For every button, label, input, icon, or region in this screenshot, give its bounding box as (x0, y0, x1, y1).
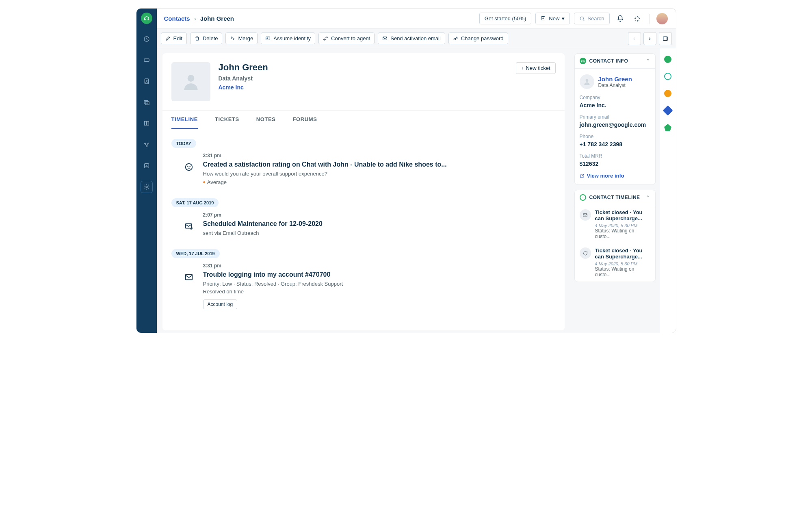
panel-title: CONTACT TIMELINE (589, 195, 640, 200)
send-activation-button[interactable]: Send activation email (378, 33, 445, 44)
panel-title: CONTACT INFO (589, 58, 628, 64)
chevron-up-icon[interactable]: ⌃ (646, 195, 650, 200)
avatar-icon (580, 74, 594, 89)
app-icon-2[interactable] (664, 73, 671, 80)
trash-icon (195, 36, 200, 41)
svg-point-7 (147, 143, 149, 144)
chevron-right-icon: › (194, 15, 196, 22)
company-value: Acme Inc. (580, 102, 650, 108)
nav-automation-icon[interactable] (141, 139, 153, 151)
timeline-title[interactable]: Created a satisfaction rating on Chat wi… (203, 161, 556, 168)
timeline-item: 3:31 pm Created a satisfaction rating on… (184, 153, 556, 187)
face-neutral-icon (184, 162, 194, 172)
nav-solutions-icon[interactable] (141, 96, 153, 108)
svg-rect-13 (266, 37, 270, 40)
headset-icon (580, 58, 586, 64)
panel-toggle-button[interactable] (659, 32, 672, 45)
nav-analytics-icon[interactable] (141, 160, 153, 172)
breadcrumb: Contacts › John Green (164, 15, 234, 22)
tab-tickets[interactable]: TICKETS (215, 111, 239, 129)
app-logo[interactable] (141, 13, 152, 24)
timeline-title[interactable]: Trouble logging into my account #470700 (203, 271, 556, 278)
svg-rect-4 (144, 100, 148, 104)
top-bar: Contacts › John Green Get started (50%) … (157, 9, 676, 29)
nav-dashboard-icon[interactable] (141, 33, 153, 45)
assume-identity-button[interactable]: Assume identity (261, 33, 315, 44)
plus-box-icon (541, 16, 546, 22)
convert-agent-button[interactable]: Convert to agent (318, 33, 375, 44)
edit-button[interactable]: Edit (161, 33, 187, 44)
contact-timeline-panel: CONTACT TIMELINE ⌃ Ticket closed - You c… (574, 190, 656, 282)
action-bar: Edit Delete Merge Assume identity Conver… (157, 29, 676, 48)
key-icon (453, 36, 459, 41)
user-avatar[interactable] (656, 12, 669, 25)
svg-point-21 (190, 166, 190, 167)
timeline-date-chip: TODAY (171, 139, 196, 148)
breadcrumb-current: John Green (200, 15, 234, 22)
mail-icon (184, 272, 194, 282)
prev-button[interactable]: ‹ (628, 32, 641, 45)
nav-book-icon[interactable] (141, 117, 153, 130)
next-button[interactable]: › (643, 32, 656, 45)
timeline-list-item[interactable]: Ticket closed - You can Supercharge... 4… (575, 243, 655, 282)
tab-timeline[interactable]: TIMELINE (171, 111, 198, 129)
delete-button[interactable]: Delete (190, 33, 223, 44)
contact-role: Data Analyst (219, 75, 268, 82)
merge-icon (230, 36, 236, 41)
nav-settings-icon[interactable] (141, 181, 153, 193)
timeline-item: 3:31 pm Trouble logging into my account … (184, 263, 556, 309)
mail-icon (382, 36, 388, 41)
content-tabs: TIMELINE TICKETS NOTES FORUMS (162, 110, 565, 129)
nav-tickets-icon[interactable] (141, 54, 153, 66)
sparkle-icon[interactable] (631, 12, 644, 25)
timeline: TODAY 3:31 pm Created a satisfaction rat… (162, 129, 565, 330)
app-icon-3[interactable] (664, 90, 671, 97)
svg-point-10 (146, 186, 147, 188)
timeline-title[interactable]: Scheduled Maintenance for 12-09-2020 (203, 220, 556, 228)
mail-check-icon (184, 221, 194, 232)
change-password-button[interactable]: Change password (448, 33, 508, 44)
timeline-subtitle: sent via Email Outreach (203, 230, 556, 236)
svg-point-8 (146, 146, 147, 147)
svg-point-6 (144, 143, 145, 144)
app-icon-5[interactable] (664, 124, 671, 131)
timeline-time: 3:31 pm (203, 263, 556, 269)
left-nav-rail (136, 9, 157, 333)
tab-notes[interactable]: NOTES (256, 111, 276, 129)
svg-point-3 (146, 80, 147, 81)
tab-forums[interactable]: FORUMS (293, 111, 317, 129)
contact-name: John Green (219, 62, 268, 73)
timeline-list-item[interactable]: Ticket closed - You can Supercharge... 4… (575, 205, 655, 243)
timeline-rating: •Average (203, 178, 556, 187)
contact-role-text: Data Analyst (598, 82, 632, 88)
timeline-tag[interactable]: Account log (203, 299, 238, 309)
svg-point-20 (187, 166, 188, 167)
phone-value: +1 782 342 2398 (580, 141, 650, 147)
email-value: john.green@google.com (580, 121, 650, 128)
search-button[interactable]: Search (574, 13, 609, 24)
new-ticket-button[interactable]: + New ticket (516, 62, 555, 74)
chevron-up-icon[interactable]: ⌃ (646, 58, 650, 64)
app-rail (660, 48, 676, 333)
contact-name-link[interactable]: John Green (598, 76, 632, 82)
mrr-value: $12632 (580, 160, 650, 167)
clock-circle-icon (580, 194, 586, 201)
merge-button[interactable]: Merge (225, 33, 258, 44)
timeline-date-chip: SAT, 17 AUG 2019 (171, 198, 219, 207)
nav-contacts-icon[interactable] (141, 75, 153, 87)
timeline-time: 3:31 pm (203, 153, 556, 158)
timeline-subtitle-2: Resolved on time (203, 288, 556, 295)
timeline-item: 2:07 pm Scheduled Maintenance for 12-09-… (184, 212, 556, 238)
view-more-link[interactable]: View more info (580, 173, 650, 179)
breadcrumb-root[interactable]: Contacts (164, 15, 190, 22)
new-button[interactable]: New▾ (535, 13, 570, 24)
app-icon-4[interactable] (663, 105, 673, 115)
app-icon-1[interactable] (664, 56, 671, 63)
svg-point-16 (454, 38, 455, 39)
chat-icon (580, 247, 591, 259)
notifications-icon[interactable] (614, 12, 627, 25)
get-started-button[interactable]: Get started (50%) (479, 13, 532, 24)
contact-info-panel: CONTACT INFO ⌃ John Green Data Analyst C… (574, 53, 656, 185)
timeline-subtitle: How would you rate your overall support … (203, 171, 556, 177)
contact-company-link[interactable]: Acme Inc (219, 84, 268, 91)
